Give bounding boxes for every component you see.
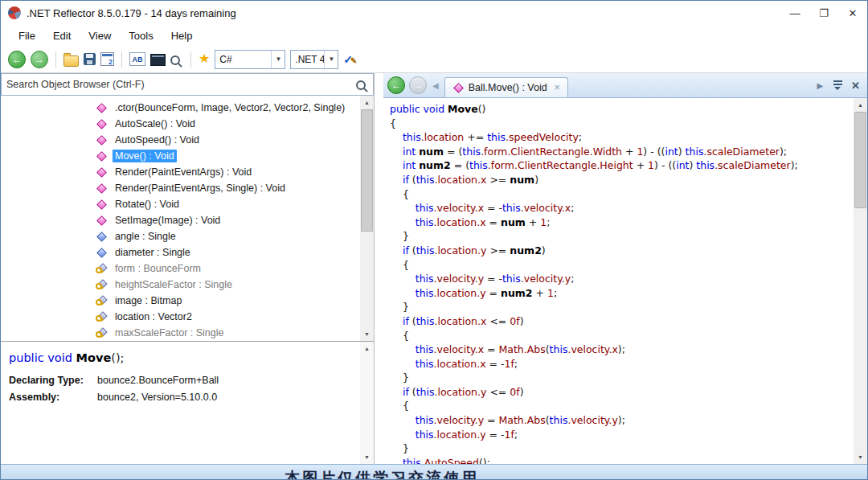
code-line: this.AutoSpeed(); [390, 456, 854, 464]
method-icon [96, 183, 107, 194]
code-line: if (this.location.y <= 0f) [390, 385, 854, 400]
tree-item-label: Render(PaintEventArgs) : Void [113, 166, 254, 178]
tree-item[interactable]: heightScaleFactor : Single [1, 277, 360, 293]
search-input[interactable] [2, 79, 356, 90]
scroll-up-button[interactable]: ▲ [360, 96, 374, 109]
scroll-down-button[interactable]: ▼ [854, 450, 867, 464]
reflector-window: .NET Reflector 8.5.0.179 - 14 days remai… [0, 0, 868, 480]
back-button[interactable]: ← [8, 51, 26, 68]
menu-item-file[interactable]: File [10, 27, 43, 44]
code-line: this.velocity.x = -this.velocity.x; [390, 201, 854, 215]
close-button[interactable]: ✕ [838, 1, 867, 25]
code-line: this.location.y = num2 + 1; [390, 286, 854, 301]
tab-label: Ball.Move() : Void [469, 82, 547, 93]
code-check-button[interactable]: ✓ [343, 54, 357, 65]
forward-arrow-icon: → [413, 80, 423, 90]
refresh-button[interactable] [100, 52, 114, 66]
tree-item[interactable]: AutoSpeed() : Void [1, 132, 360, 148]
disassembler-button[interactable] [150, 54, 166, 66]
tree-item[interactable]: Render(PaintEventArgs, Single) : Void [1, 180, 360, 196]
scroll-up-button[interactable]: ▲ [854, 98, 867, 112]
code-line: } [390, 441, 854, 456]
tree-item[interactable]: AutoScale() : Void [1, 116, 360, 132]
scroll-thumb[interactable] [361, 109, 373, 232]
tree-item-label: AutoSpeed() : Void [113, 133, 202, 146]
toolbar: ← → AB ★ C# ▼ .NET 4.5 ▼ ✓ [1, 46, 867, 73]
minimize-button[interactable]: — [780, 1, 809, 25]
tree-item[interactable]: location : Vector2 [1, 309, 360, 325]
open-assembly-button[interactable] [63, 55, 79, 67]
code-wrap: public void Move(){ this.location += thi… [383, 98, 867, 464]
tree-item[interactable]: angle : Single [1, 228, 360, 244]
code-line: this.location.x = num + 1; [390, 215, 854, 230]
tab-scroll-left-button[interactable]: ◀ [431, 81, 440, 90]
watermark-text: 本图片仅供学习交流使用 [285, 468, 479, 479]
framework-dropdown[interactable]: .NET 4.5 ▼ [290, 50, 338, 69]
tree-item-label: AutoScale() : Void [113, 117, 198, 130]
scroll-down-button[interactable]: ▼ [360, 450, 374, 464]
tree-item[interactable]: .ctor(BounceForm, Image, Vector2, Vector… [1, 100, 360, 116]
maximize-button[interactable]: ❐ [809, 1, 838, 25]
code-line: this.velocity.y = -this.velocity.y; [390, 272, 854, 286]
tree-item[interactable]: diameter : Single [1, 244, 360, 261]
code-view: public void Move(){ this.location += thi… [383, 98, 854, 464]
tree-item[interactable]: Rotate() : Void [1, 196, 360, 212]
code-panel: ← → ◀ Ball.Move() : Void × ▶ ✕ public vo… [383, 73, 867, 464]
menu-item-tools[interactable]: Tools [121, 27, 161, 44]
forward-button[interactable]: → [31, 51, 48, 68]
method-icon [96, 102, 107, 113]
tree-item-label: angle : Single [113, 230, 178, 243]
tree-scrollbar[interactable]: ▲ ▼ [360, 96, 374, 341]
tabbar-right-controls: ▶ ✕ [815, 80, 863, 92]
scroll-down-button[interactable]: ▼ [360, 327, 374, 341]
code-scrollbar[interactable]: ▲ ▼ [854, 98, 867, 464]
tree-item[interactable]: form : BounceForm [1, 261, 360, 277]
scroll-thumb[interactable] [854, 112, 866, 208]
code-line: int num2 = (this.form.ClientRectangle.He… [390, 158, 854, 173]
main-area: .ctor(BounceForm, Image, Vector2, Vector… [1, 73, 867, 464]
tree-item-label: SetImage(Image) : Void [113, 214, 223, 227]
info-scrollbar[interactable]: ▲ ▼ [360, 342, 374, 464]
tree-item[interactable]: maxScaleFactor : Single [1, 325, 360, 341]
menu-item-view[interactable]: View [80, 27, 119, 44]
editor-forward-button[interactable]: → [409, 76, 427, 94]
scroll-up-button[interactable]: ▲ [360, 342, 374, 355]
code-line: { [390, 187, 854, 202]
panel-splitter[interactable] [375, 73, 383, 464]
tab-scroll-right-button[interactable]: ▶ [815, 81, 825, 90]
tree-item-label: .ctor(BounceForm, Image, Vector2, Vector… [113, 101, 347, 114]
toolbar-separator [121, 51, 122, 68]
tab-ball-move[interactable]: Ball.Move() : Void × [444, 77, 568, 97]
code-line: this.location.y = -1f; [390, 428, 854, 442]
method-icon [96, 118, 107, 129]
tree-item-label: diameter : Single [113, 246, 193, 259]
tree-item[interactable]: Render(PaintEventArgs) : Void [1, 164, 360, 180]
framework-dropdown-value: .NET 4.5 [291, 54, 324, 65]
favorites-star-button[interactable]: ★ [199, 52, 210, 65]
code-line: { [390, 117, 854, 131]
search-icon [356, 80, 366, 90]
tree-item[interactable]: image : Bitmap [1, 293, 360, 309]
tree-item[interactable]: Move() : Void [1, 148, 360, 164]
field-private-icon [96, 327, 107, 338]
language-dropdown[interactable]: C# ▼ [215, 50, 285, 69]
menu-item-edit[interactable]: Edit [45, 27, 79, 44]
code-line: this.velocity.y = Math.Abs(this.velocity… [390, 413, 854, 428]
editor-close-button[interactable]: ✕ [851, 80, 860, 92]
tab-close-button[interactable]: × [555, 82, 560, 93]
search-button[interactable] [170, 55, 180, 65]
window-controls: — ❐ ✕ [780, 1, 867, 25]
field-icon [96, 247, 107, 258]
method-icon [96, 199, 107, 210]
info-row: Assembly:bounce2, Version=5.10.0.0 [9, 392, 354, 403]
tab-list-button[interactable] [832, 80, 844, 91]
code-line: { [390, 258, 854, 273]
object-browser-panel: .ctor(BounceForm, Image, Vector2, Vector… [1, 73, 375, 464]
menu-item-help[interactable]: Help [163, 27, 201, 44]
text-view-button[interactable]: AB [129, 52, 145, 66]
save-button[interactable] [84, 53, 96, 65]
tree-item[interactable]: SetImage(Image) : Void [1, 212, 360, 228]
editor-back-button[interactable]: ← [387, 76, 405, 94]
object-tree-wrap: .ctor(BounceForm, Image, Vector2, Vector… [1, 96, 374, 341]
code-line: { [390, 329, 854, 343]
